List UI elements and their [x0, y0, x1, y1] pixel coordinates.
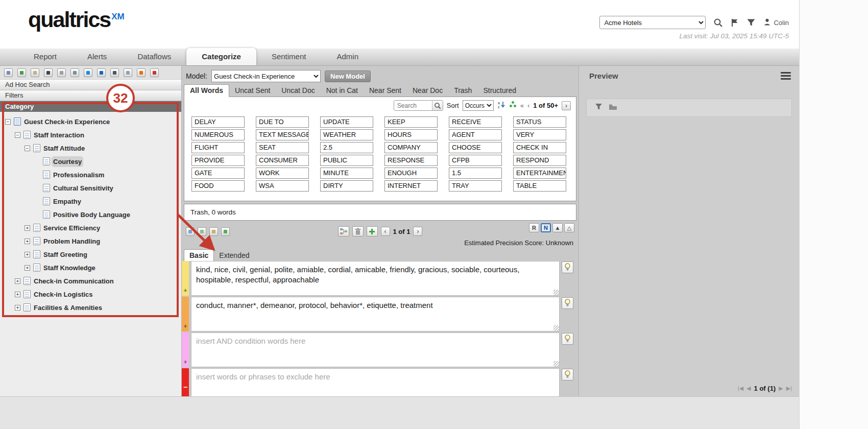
rule-color-stripe[interactable]: +: [182, 332, 189, 367]
word-chip[interactable]: FLIGHT: [191, 142, 245, 153]
word-chip[interactable]: WEATHER: [320, 129, 373, 140]
word-chip[interactable]: DIRTY: [320, 180, 373, 192]
tab-near-sent[interactable]: Near Sent: [364, 85, 407, 97]
refresh-icon[interactable]: [509, 101, 517, 110]
word-chip[interactable]: PROVIDE: [191, 155, 245, 166]
tree-item[interactable]: Staff Attitude: [1, 141, 181, 155]
word-chip[interactable]: RESPONSE: [384, 155, 438, 166]
word-chip[interactable]: TABLE: [513, 180, 566, 192]
tab-structured[interactable]: Structured: [477, 85, 522, 97]
snapshot-icon[interactable]: [44, 68, 53, 77]
tree-item[interactable]: Professionalism: [1, 168, 181, 181]
tab-dataflows[interactable]: Dataflows: [122, 48, 186, 65]
suggest-words-button[interactable]: [562, 297, 573, 309]
categorize-tree-icon[interactable]: [338, 226, 349, 236]
flag-icon[interactable]: [731, 18, 739, 28]
word-chip[interactable]: VERY: [513, 129, 566, 140]
preview-filter-icon[interactable]: [595, 103, 602, 112]
word-chip[interactable]: MINUTE: [320, 168, 373, 179]
word-chip[interactable]: ENTERTAINMENT: [513, 168, 566, 179]
swap-icon[interactable]: [221, 227, 230, 236]
expand-toggle-icon[interactable]: [15, 292, 20, 297]
expand-toggle-icon[interactable]: [15, 278, 20, 284]
add-report-icon[interactable]: [17, 68, 26, 77]
preview-first-page-icon[interactable]: |◀: [738, 385, 743, 392]
word-chip[interactable]: DELAY: [191, 116, 245, 128]
word-chip[interactable]: SEAT: [256, 142, 309, 153]
export-icon[interactable]: [31, 68, 39, 77]
delete-icon[interactable]: [150, 68, 159, 77]
resize-handle-icon[interactable]: [553, 325, 559, 331]
rules-page-prev-icon[interactable]: ‹: [381, 227, 390, 236]
word-chip[interactable]: CHECK IN: [513, 142, 566, 153]
copy-rule-icon[interactable]: [186, 227, 195, 236]
tab-categorize[interactable]: Categorize: [186, 48, 256, 65]
tab-not-in-cat[interactable]: Not in Cat: [321, 85, 364, 97]
new-model-button[interactable]: New Model: [325, 70, 371, 82]
word-chip[interactable]: FOOD: [191, 180, 245, 192]
tab-near-doc[interactable]: Near Doc: [407, 85, 448, 97]
expand-toggle-icon[interactable]: [25, 146, 30, 151]
upload-icon[interactable]: [84, 68, 92, 77]
search-icon[interactable]: [713, 18, 723, 28]
word-chip[interactable]: PUBLIC: [320, 155, 373, 166]
word-chip[interactable]: INTERNET: [384, 180, 438, 192]
rule-words-input[interactable]: [191, 332, 560, 367]
word-chip[interactable]: NUMEROUS: [191, 129, 245, 140]
word-chip[interactable]: STATUS: [513, 116, 566, 128]
tree-item[interactable]: Staff Greeting: [1, 248, 181, 261]
tree-item[interactable]: Problem Handling: [1, 234, 181, 248]
suggest-words-button[interactable]: [562, 261, 573, 273]
save-icon[interactable]: [4, 68, 13, 77]
word-chip[interactable]: TRAY: [449, 180, 502, 192]
search-go-icon[interactable]: [432, 100, 443, 111]
resize-handle-icon[interactable]: [553, 361, 559, 367]
expand-toggle-icon[interactable]: [25, 252, 30, 257]
key-icon[interactable]: [57, 68, 66, 77]
recall-sort-icon[interactable]: R: [529, 223, 539, 232]
org-icon[interactable]: [70, 68, 79, 77]
hierarchy-icon[interactable]: [110, 68, 119, 77]
tab-all-words[interactable]: All Words: [184, 84, 229, 97]
word-chip[interactable]: UPDATE: [320, 116, 373, 128]
hamburger-menu-icon[interactable]: [781, 72, 791, 80]
expand-toggle-icon[interactable]: [15, 132, 20, 138]
word-chip[interactable]: WSA: [256, 180, 309, 192]
tab-report[interactable]: Report: [18, 48, 72, 65]
word-chip[interactable]: RESPOND: [513, 155, 566, 166]
preview-last-page-icon[interactable]: ▶|: [786, 385, 792, 392]
word-chip[interactable]: DUE TO: [256, 116, 309, 128]
download-icon[interactable]: [97, 68, 106, 77]
user-menu[interactable]: Colin: [763, 18, 789, 27]
word-chip[interactable]: COMPANY: [384, 142, 438, 153]
word-chip[interactable]: WORK: [256, 168, 309, 179]
trash-summary-bar[interactable]: Trash, 0 words: [184, 204, 576, 221]
sort-select[interactable]: Occurs: [463, 100, 494, 111]
expand-toggle-icon[interactable]: [5, 119, 11, 125]
tab-sentiment[interactable]: Sentiment: [256, 48, 322, 65]
rules-page-next-icon[interactable]: ›: [413, 227, 422, 236]
tab-admin[interactable]: Admin: [321, 48, 374, 65]
word-chip[interactable]: TEXT MESSAGE: [256, 129, 309, 140]
tree-item[interactable]: Check-in Communication: [1, 274, 181, 288]
expand-toggle-icon[interactable]: [25, 265, 30, 271]
filter-icon[interactable]: [746, 18, 756, 27]
add-rule-icon[interactable]: [367, 226, 378, 236]
search-input[interactable]: [394, 101, 432, 110]
preview-prev-page-icon[interactable]: ◀: [746, 385, 751, 392]
table-icon[interactable]: [124, 68, 132, 77]
folder-icon[interactable]: [609, 103, 617, 112]
precision-asc-icon[interactable]: ▲: [552, 223, 563, 232]
tree-item[interactable]: Positive Body Language: [1, 208, 181, 221]
page-next-icon[interactable]: ›: [562, 101, 571, 110]
rule-words-input[interactable]: conduct, manner*, demeanor, protocol, be…: [191, 297, 560, 331]
rule-color-stripe[interactable]: +: [182, 297, 189, 331]
tree-item[interactable]: Staff Interaction: [1, 128, 181, 141]
key-icon[interactable]: [209, 227, 218, 236]
tree-item[interactable]: Empathy: [1, 195, 181, 208]
account-select[interactable]: Acme Hotels: [599, 16, 706, 29]
word-chip[interactable]: AGENT: [449, 129, 502, 140]
tab-uncat-sent[interactable]: Uncat Sent: [229, 85, 276, 97]
tab-extended[interactable]: Extended: [214, 250, 254, 261]
tab-trash[interactable]: Trash: [448, 85, 477, 97]
